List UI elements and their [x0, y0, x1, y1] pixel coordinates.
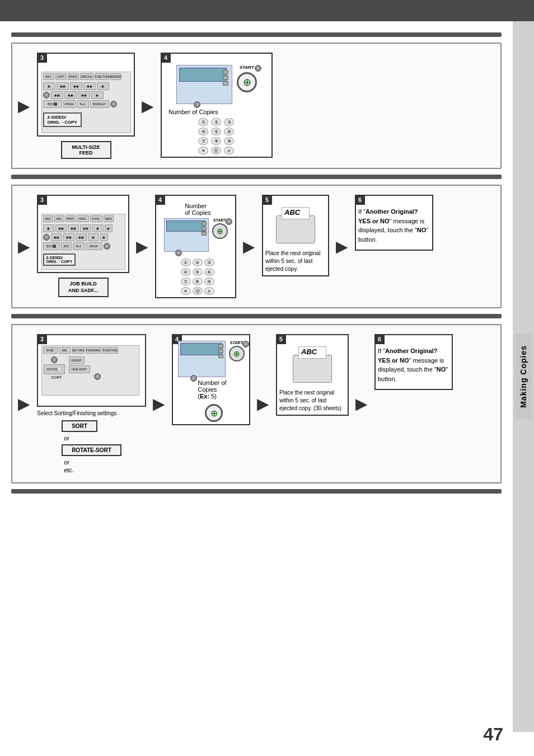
circle-1-s1: ① — [194, 101, 200, 108]
ind-circle-2: ② — [110, 101, 117, 107]
mp-btn-s2: PRNT — [65, 215, 76, 222]
arrow-3-4-s1: ▶ — [142, 97, 154, 115]
mp-btn-s2: ▣▣ — [80, 224, 91, 232]
num-7[interactable]: ⑦ — [198, 137, 208, 145]
green-circle-s3[interactable]: ⊕ — [205, 404, 223, 422]
numpad-s2: ① ② ③ ④ ⑤ ⑥ ⑦ ⑧ ⑨ ✳ ⓪ # — [177, 259, 214, 295]
kp-s3: ① — [178, 341, 226, 377]
multi-size-feed-btn[interactable]: MULTI-SIZEFEED — [61, 141, 111, 159]
num-8[interactable]: ⑧ — [211, 137, 221, 145]
num-3-s2[interactable]: ③ — [204, 259, 214, 266]
place-next-s2: Place the next original within 5 sec. of… — [265, 250, 326, 273]
mp-btn4: ▣▣ — [78, 91, 90, 99]
side-btn-s3 — [218, 354, 223, 358]
step-4-s2: 4 Numberof Copies — [155, 195, 236, 298]
start-btn-s3[interactable]: ⊕ — [229, 346, 245, 361]
step-3-s2: 3 BAS IMG PRNT SPEC FUNC MEM — [37, 195, 129, 297]
kp-side-btn — [223, 81, 228, 86]
kp-side-s2 — [202, 222, 207, 236]
arrow-in-3: ▶ — [18, 395, 30, 413]
num-hash[interactable]: # — [224, 147, 234, 154]
right-sidebar: Making Copies — [513, 21, 534, 732]
step4-s3-inner: ① START ⊕ ② — [176, 341, 247, 377]
step4-s1-content: ① START ⊕ ② — [176, 65, 257, 104]
num-star-s2[interactable]: ✳ — [181, 287, 191, 295]
step-box-4-s3: 4 ① — [172, 334, 250, 425]
numpad-grid-s1: ① ② ③ ④ ⑤ ⑥ ⑦ ⑧ ⑨ ✳ ⓪ # — [198, 118, 235, 154]
num-0-s2[interactable]: ⓪ — [193, 287, 203, 295]
step-num-6-s2: 6 — [355, 195, 365, 205]
step-box-6-s2: 6 If "Another Original? YES or NO" messa… — [355, 195, 433, 251]
step-5-s3: 5 ABC Place the next original within 5 s… — [276, 334, 349, 416]
mp-btn-s2: SPEC — [77, 215, 89, 222]
num-6[interactable]: ⑥ — [224, 128, 234, 135]
num-hash-s2[interactable]: # — [204, 287, 214, 295]
num-copies-label-s3: Number ofCopies(Ex: 5) — [195, 379, 226, 400]
nonsort-btn: NON-SORT — [69, 365, 90, 373]
ind-s3-2: ② — [94, 373, 101, 380]
mp-btn-s2: ▣▣ — [68, 224, 79, 232]
section-2: ▶ 3 BAS IMG PRNT SPEC FUNC MEM — [11, 185, 502, 308]
job-build-btn[interactable]: JOB BUILDAND SADF... — [58, 278, 109, 297]
num-5[interactable]: ⑤ — [211, 128, 221, 135]
num-2-s2[interactable]: ② — [193, 259, 203, 266]
2sided-btn: 2-SIDED/ORIG.→COPY — [43, 112, 82, 127]
sidebar-label: Making Copies — [514, 334, 532, 419]
sort-btn[interactable]: SORT — [62, 420, 97, 432]
mp-btn: PRINT — [68, 73, 79, 80]
num-0[interactable]: ⓪ — [211, 147, 221, 154]
mp-btn-box-s2: BOX⬛ — [43, 242, 60, 250]
machine-panel-3-s1: BAS COPY PRINT SPECIAL FUNCTION MEMORY — [41, 64, 131, 133]
num-8-s2[interactable]: ⑧ — [193, 278, 203, 285]
num-5-s2[interactable]: ⑤ — [193, 268, 203, 276]
step-box-4-s1: 4 — [161, 53, 273, 158]
num-1[interactable]: ① — [198, 118, 208, 126]
mp-btn-s2: MEM — [104, 215, 114, 222]
set-btn-s3: SETTING — [72, 347, 85, 354]
step-num-4-s1: 4 — [161, 53, 171, 63]
kp-side-btns — [223, 70, 228, 86]
num-1-s2[interactable]: ① — [181, 259, 191, 266]
num-star[interactable]: ✳ — [198, 147, 208, 154]
side-btn — [202, 222, 207, 226]
mp-btn: SPECIAL — [80, 73, 94, 80]
arrow-in-1: ▶ — [18, 97, 30, 115]
rotate-sort-btn[interactable]: ROTATE-SORT — [62, 444, 121, 456]
kp-screen-s1 — [179, 68, 227, 82]
num-9-s2[interactable]: ⑨ — [204, 278, 214, 285]
section-bar-2 — [11, 175, 502, 179]
sort-settings-label: Select Sorting/Finishing settings — [37, 410, 146, 416]
num-3[interactable]: ③ — [224, 118, 234, 126]
start-btn-s2[interactable]: ⊕ — [212, 223, 228, 239]
finger-1-s3: ① — [190, 373, 197, 382]
num-4-s2[interactable]: ④ — [181, 268, 191, 276]
side-btn-s3 — [218, 349, 223, 353]
or-1: or — [64, 435, 69, 442]
mp-btn: FUNCTION — [95, 73, 109, 80]
machine-panel-3-s3: BASE IMG SETTING FINISHING FUNCTION ① RO… — [41, 345, 142, 396]
or-2: or — [64, 459, 69, 466]
step-num-3-s3: 3 — [37, 334, 47, 344]
step-num-6-s3: 6 — [374, 334, 385, 344]
mp-btn-n1: N+1 — [77, 100, 89, 108]
main-content: ▶ 3 BAS COPY PRINT SPECIAL — [0, 21, 513, 505]
finger-1-s1: ① — [194, 100, 200, 108]
mp-btn: COPY — [55, 73, 67, 80]
num-2[interactable]: ② — [211, 118, 221, 126]
mp-btn-s2: ▣▣ — [63, 233, 74, 241]
num-6-s2[interactable]: ⑥ — [204, 268, 214, 276]
step-box-5-s2: 5 ABC Place the next original within 5 s… — [262, 195, 329, 276]
copier-body-s2 — [276, 215, 315, 243]
mp-btn2: ▣▣ — [51, 91, 63, 99]
start-btn-wrapper-s1: ⊕ ② — [237, 72, 257, 92]
step-num-4-s2: 4 — [155, 195, 165, 205]
machine-complex-3-s1: BAS COPY PRINT SPECIAL FUNCTION MEMORY — [41, 72, 131, 133]
num-9[interactable]: ⑨ — [224, 137, 234, 145]
step-6-s3: 6 If "Another Original? YES or NO" messa… — [374, 334, 453, 390]
mp-btn-s2: ▣ — [88, 233, 99, 241]
num-7-s2[interactable]: ⑦ — [181, 278, 191, 285]
num-4[interactable]: ④ — [198, 128, 208, 135]
start-btn-s1[interactable]: ⊕ — [237, 72, 257, 92]
rotate-btn: ROTATE⬜ — [44, 364, 65, 374]
mp-btn5: ▣ — [91, 91, 104, 99]
